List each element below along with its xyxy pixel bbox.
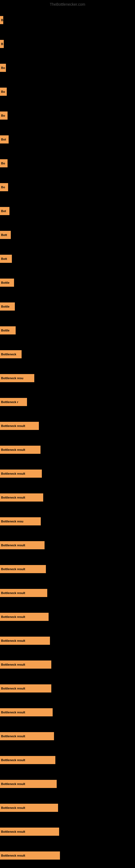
bar-label: Bottle	[0, 326, 16, 335]
bar-row: B	[0, 32, 135, 56]
bar-label: Bottleneck r	[0, 398, 27, 406]
bar-row: Bot	[0, 127, 135, 151]
bar-label: Bottle	[0, 303, 15, 311]
bar-label: Bottleneck result	[0, 446, 41, 454]
bar-label: Bottleneck result	[0, 613, 49, 621]
bar-row: Bottleneck resu	[0, 509, 135, 533]
bar-label: Bo	[0, 112, 8, 120]
bar-row: Bottleneck result	[0, 844, 135, 867]
bar-row: Bottleneck result	[0, 605, 135, 629]
bar-label: Bottleneck result	[0, 565, 46, 573]
bar-label: Bottleneck result	[0, 422, 39, 430]
bar-row: Bottleneck result	[0, 462, 135, 486]
bar-label: B	[0, 40, 4, 48]
bar-row: Bottleneck result	[0, 724, 135, 748]
bar-label: Bot	[0, 135, 9, 144]
bar-row: Bottle	[0, 318, 135, 342]
bar-row: Bott	[0, 223, 135, 247]
bar-label: Bo	[0, 64, 6, 72]
bar-row: Bot	[0, 199, 135, 223]
bars-container: BBBoBoBoBotBoBoBotBottBottBottleBottleBo…	[0, 8, 135, 868]
bar-row: Bottleneck result	[0, 581, 135, 605]
bar-row: Bottleneck result	[0, 533, 135, 557]
bar-row: Bottleneck result	[0, 486, 135, 509]
bar-label: Bottleneck result	[0, 708, 53, 716]
bar-label: Bott	[0, 255, 12, 263]
bar-row: Bottleneck result	[0, 653, 135, 677]
bar-label: Bottleneck result	[0, 828, 59, 836]
bar-label: Bo	[0, 159, 8, 167]
bar-label: Bo	[0, 88, 7, 96]
bar-row: Bott	[0, 247, 135, 271]
bar-label: Bottleneck result	[0, 660, 51, 669]
bar-label: Bottle	[0, 279, 14, 287]
bar-row: Bottle	[0, 294, 135, 318]
bar-label: Bottleneck result	[0, 804, 58, 812]
bar-row: Bottleneck r	[0, 390, 135, 414]
bar-label: Bot	[0, 207, 9, 215]
bar-row: Bottleneck result	[0, 796, 135, 820]
bar-row: Bottleneck result	[0, 748, 135, 772]
bar-label: Bottleneck result	[0, 469, 42, 478]
bar-label: Bottleneck result	[0, 541, 45, 549]
bar-row: Bottleneck result	[0, 677, 135, 701]
site-title: TheBottlenecker.com	[0, 0, 135, 8]
bar-row: Bottleneck result	[0, 772, 135, 796]
bar-row: B	[0, 8, 135, 32]
bar-row: Bottleneck result	[0, 557, 135, 581]
bar-label: Bottleneck result	[0, 493, 43, 501]
bar-row: Bo	[0, 151, 135, 175]
bar-label: Bottleneck result	[0, 732, 54, 740]
bar-label: Bott	[0, 231, 11, 239]
bar-row: Bottleneck result	[0, 701, 135, 724]
bar-label: Bottleneck	[0, 350, 21, 358]
bar-label: Bo	[0, 183, 8, 191]
bar-row: Bottle	[0, 271, 135, 294]
bar-row: Bottleneck	[0, 342, 135, 366]
bar-label: Bottleneck result	[0, 851, 60, 860]
bar-label: Bottleneck result	[0, 589, 47, 597]
bar-label: Bottleneck resu	[0, 517, 41, 525]
bar-label: Bottleneck result	[0, 684, 51, 692]
bar-row: Bottleneck resu	[0, 366, 135, 390]
bar-row: Bo	[0, 80, 135, 104]
bar-row: Bottleneck result	[0, 820, 135, 844]
bar-label: Bottleneck result	[0, 637, 50, 645]
bar-label: Bottleneck result	[0, 780, 57, 788]
bar-row: Bottleneck result	[0, 629, 135, 653]
bar-label: Bottleneck resu	[0, 374, 34, 382]
bar-row: Bo	[0, 104, 135, 127]
bar-row: Bottleneck result	[0, 414, 135, 438]
bar-label: B	[0, 16, 3, 24]
bar-label: Bottleneck result	[0, 756, 55, 764]
bar-row: Bo	[0, 56, 135, 80]
bar-row: Bo	[0, 175, 135, 199]
bar-row: Bottleneck result	[0, 438, 135, 462]
